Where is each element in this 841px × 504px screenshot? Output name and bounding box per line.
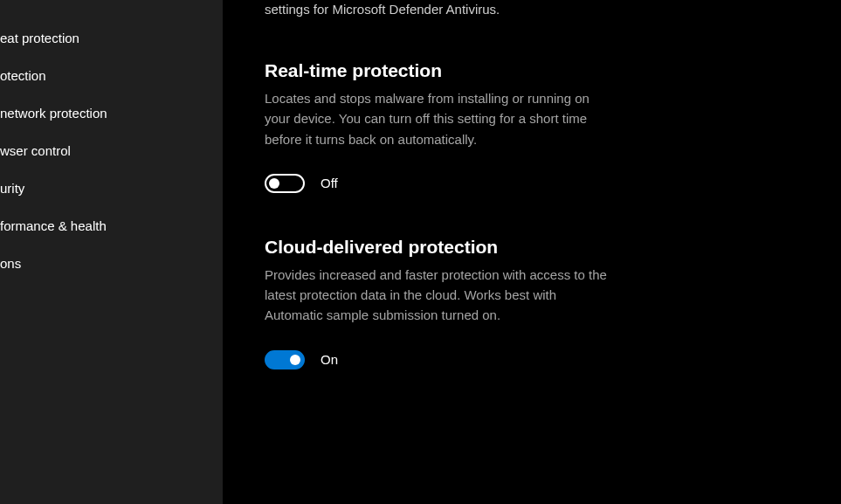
sidebar-item-label: otection bbox=[0, 68, 46, 83]
sidebar-item-label: urity bbox=[0, 181, 24, 196]
toggle-label: On bbox=[321, 352, 338, 367]
sidebar-item-label: wser control bbox=[0, 143, 71, 158]
sidebar-item-account-protection[interactable]: otection bbox=[0, 57, 223, 94]
toggle-row: On bbox=[265, 350, 614, 369]
section-description: Provides increased and faster protection… bbox=[265, 265, 614, 326]
sidebar: eat protection otection network protecti… bbox=[0, 0, 223, 504]
toggle-label: Off bbox=[321, 176, 338, 190]
toggle-knob bbox=[290, 355, 300, 365]
cloud-delivered-protection-toggle[interactable] bbox=[265, 350, 305, 369]
section-description: Locates and stops malware from installin… bbox=[265, 88, 614, 149]
toggle-knob bbox=[269, 178, 279, 189]
sidebar-item-virus-threat-protection[interactable]: eat protection bbox=[0, 19, 223, 57]
sidebar-item-label: formance & health bbox=[0, 218, 107, 233]
sidebar-item-firewall-network-protection[interactable]: network protection bbox=[0, 94, 223, 132]
sidebar-item-label: network protection bbox=[0, 106, 107, 121]
section-cloud-delivered-protection: Cloud-delivered protection Provides incr… bbox=[265, 237, 614, 369]
section-title: Cloud-delivered protection bbox=[265, 237, 614, 258]
sidebar-item-family-options[interactable]: ons bbox=[0, 245, 223, 282]
toggle-row: Off bbox=[265, 174, 614, 193]
intro-text: settings for Microsoft Defender Antiviru… bbox=[265, 0, 614, 18]
sidebar-item-app-browser-control[interactable]: wser control bbox=[0, 132, 223, 169]
sidebar-item-label: ons bbox=[0, 256, 21, 271]
section-real-time-protection: Real-time protection Locates and stops m… bbox=[265, 60, 614, 193]
sidebar-item-label: eat protection bbox=[0, 31, 79, 45]
section-title: Real-time protection bbox=[265, 60, 614, 81]
sidebar-item-device-performance-health[interactable]: formance & health bbox=[0, 207, 223, 245]
sidebar-item-device-security[interactable]: urity bbox=[0, 169, 223, 207]
real-time-protection-toggle[interactable] bbox=[265, 174, 305, 193]
main-content: settings for Microsoft Defender Antiviru… bbox=[223, 0, 841, 504]
